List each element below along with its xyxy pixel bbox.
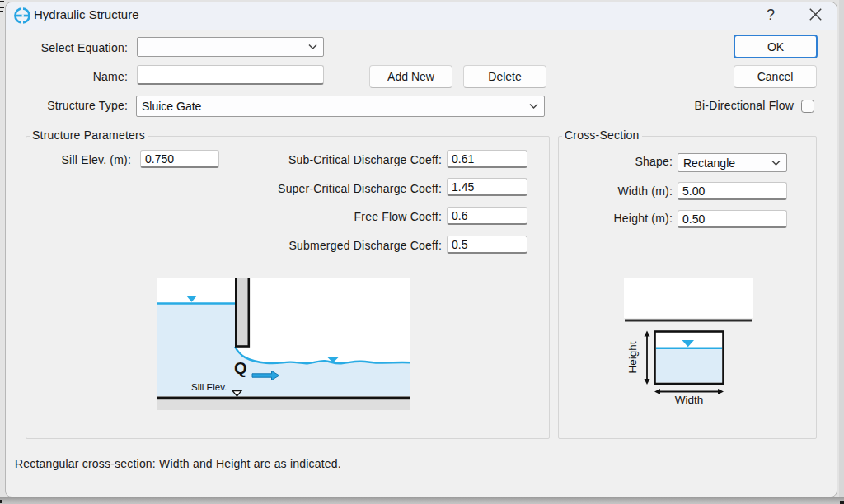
svg-text:Q: Q xyxy=(234,359,247,377)
svg-text:Height: Height xyxy=(626,341,639,373)
svg-text:Sill Elev.: Sill Elev. xyxy=(191,382,227,392)
svg-text:Width: Width xyxy=(675,394,704,406)
